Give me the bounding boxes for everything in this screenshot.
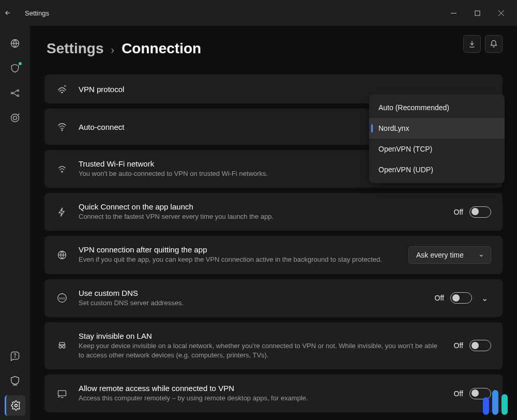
after-quit-select[interactable]: Ask every time	[408, 246, 491, 264]
titlebar: Settings	[0, 0, 517, 26]
svg-point-5	[11, 92, 13, 94]
download-icon	[468, 40, 476, 48]
wifi-icon	[56, 122, 68, 132]
vpn-protocol-dropdown: Auto (Recommended) NordLynx OpenVPN (TCP…	[369, 94, 505, 183]
globe-icon	[56, 250, 68, 260]
row-title: VPN connection after quitting the app	[79, 245, 398, 254]
svg-point-8	[11, 114, 19, 122]
row-quick-connect: Quick Connect on the app launch Connect …	[44, 193, 503, 231]
toggle-label: Off	[454, 208, 463, 216]
sidebar-item-help[interactable]	[5, 346, 25, 366]
shield-icon	[10, 63, 20, 73]
dropdown-item[interactable]: NordLynx	[369, 118, 505, 139]
row-desc: Even if you quit the app, you can keep t…	[79, 255, 398, 264]
window-minimize-button[interactable]	[442, 0, 465, 26]
notifications-button[interactable]	[485, 35, 503, 53]
monitor-icon	[56, 388, 68, 399]
toggle-label: Off	[435, 294, 444, 302]
signal-icon	[56, 84, 68, 94]
row-after-quit: VPN connection after quitting the app Ev…	[44, 236, 503, 274]
svg-point-10	[15, 357, 16, 357]
row-title: Quick Connect on the app launch	[79, 202, 444, 211]
sidebar: 30	[0, 26, 30, 420]
gear-icon	[11, 400, 21, 411]
brand-bars-icon	[483, 390, 508, 415]
row-title: VPN protocol	[79, 85, 491, 94]
svg-point-13	[62, 130, 63, 131]
target-icon	[10, 113, 20, 123]
svg-point-14	[62, 171, 63, 172]
sidebar-item-shield[interactable]	[5, 58, 25, 79]
sidebar-item-mesh[interactable]	[5, 83, 25, 103]
wifi-arc-icon	[56, 164, 68, 174]
chevron-right-icon: ›	[111, 44, 114, 56]
window-close-button[interactable]	[489, 0, 513, 26]
bolt-icon	[56, 207, 68, 217]
breadcrumb-leaf: Connection	[121, 40, 201, 57]
window-maximize-button[interactable]	[465, 0, 489, 26]
svg-text:DNS: DNS	[59, 297, 65, 300]
dropdown-item[interactable]: OpenVPN (UDP)	[369, 159, 505, 180]
row-desc: Keep your device invisible on a local ne…	[79, 341, 444, 360]
row-title: Use custom DNS	[79, 289, 424, 297]
invisible-lan-toggle[interactable]	[469, 340, 491, 351]
chevron-down-icon[interactable]: ⌄	[478, 291, 491, 305]
custom-dns-toggle[interactable]	[450, 292, 472, 304]
sidebar-item-globe[interactable]	[5, 33, 25, 54]
quick-connect-toggle[interactable]	[469, 206, 491, 218]
main-content: Settings › Connection VPN protocol Auto-…	[30, 26, 517, 420]
download-button[interactable]	[463, 35, 481, 53]
row-title: Stay invisible on LAN	[79, 332, 444, 340]
svg-point-12	[62, 92, 63, 93]
mesh-icon	[10, 88, 20, 98]
svg-point-7	[17, 95, 19, 96]
back-button[interactable]	[4, 9, 23, 17]
svg-point-9	[13, 116, 17, 120]
row-title: Allow remote access while connected to V…	[79, 384, 444, 393]
svg-point-19	[63, 346, 65, 348]
row-desc: Connect to the fastest VPN server every …	[79, 212, 444, 221]
dropdown-item[interactable]: Auto (Recommended)	[369, 97, 505, 118]
svg-point-11	[14, 404, 17, 407]
svg-rect-1	[475, 11, 480, 16]
dropdown-item[interactable]: OpenVPN (TCP)	[369, 139, 505, 159]
svg-point-18	[59, 346, 62, 348]
globe-icon	[10, 38, 20, 49]
breadcrumb-root[interactable]: Settings	[47, 40, 103, 57]
sidebar-item-settings[interactable]	[5, 395, 25, 416]
toggle-label: Off	[454, 341, 463, 350]
bell-icon	[490, 40, 498, 48]
row-invisible-lan: Stay invisible on LAN Keep your device i…	[44, 322, 503, 369]
sidebar-item-target[interactable]	[5, 108, 25, 128]
breadcrumb: Settings › Connection	[47, 40, 503, 57]
sidebar-item-account[interactable]: 30	[5, 370, 25, 391]
toggle-label: Off	[454, 389, 463, 398]
window-title: Settings	[25, 9, 49, 17]
svg-rect-20	[58, 391, 66, 396]
row-custom-dns: DNS Use custom DNS Set custom DNS server…	[44, 279, 503, 317]
row-desc: Access this computer remotely – by using…	[79, 394, 444, 403]
incognito-icon	[56, 340, 68, 351]
help-icon	[10, 351, 20, 361]
row-remote-access: Allow remote access while connected to V…	[44, 374, 503, 412]
shield-badge-number: 30	[5, 382, 25, 387]
row-desc: Set custom DNS server addresses.	[79, 298, 424, 308]
dns-icon: DNS	[56, 292, 68, 304]
svg-point-6	[17, 89, 19, 91]
